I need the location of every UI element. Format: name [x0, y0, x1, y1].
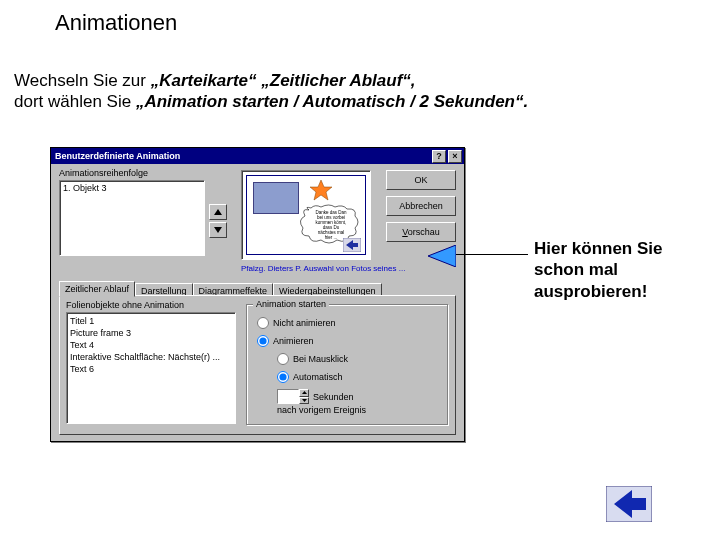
preview-caption: Pfalzg. Dieters P. Auswahl von Fotos sei… [241, 264, 405, 273]
instruction-text: Wechseln Sie zur „Karteikarte“ „Zeitlich… [14, 70, 528, 113]
chevron-up-icon [302, 391, 307, 394]
preview-button[interactable]: Vorschau [386, 222, 456, 242]
page-title: Animationen [55, 10, 177, 36]
tab-zeitlicher-ablauf[interactable]: Zeitlicher Ablauf [59, 281, 135, 297]
thumb-image-placeholder [253, 182, 299, 214]
radio-none[interactable] [257, 317, 269, 329]
thumb-frame: Danke das Dan bei uns vorbei kommen könn… [246, 175, 366, 255]
tab-panel-zeitlicher-ablauf: Folienobjekte ohne Animation Titel 1 Pic… [59, 295, 456, 435]
arrow-left-icon [606, 486, 652, 522]
start-animation-groupbox: Animation starten Nicht animieren Animie… [246, 304, 449, 426]
callout-connector-line [450, 254, 528, 255]
radio-automatic-label: Automatisch [293, 372, 343, 382]
slide-preview: Danke das Dan bei uns vorbei kommen könn… [241, 170, 371, 260]
dialog-title: Benutzerdefinierte Animation [53, 151, 430, 161]
dialog-button-column: OK Abbrechen Vorschau [386, 170, 456, 248]
thumb-nav-arrow-icon [343, 238, 361, 252]
move-down-button[interactable] [209, 222, 227, 238]
anim-order-label: Animationsreihenfolge [59, 168, 148, 178]
list-item[interactable]: Titel 1 [70, 315, 232, 327]
close-button[interactable]: × [448, 150, 462, 163]
radio-onclick[interactable] [277, 353, 289, 365]
anim-order-listbox[interactable]: 1. Objekt 3 [59, 180, 205, 256]
chevron-up-icon [214, 209, 222, 215]
radio-onclick-label: Bei Mausklick [293, 354, 348, 364]
svg-marker-6 [302, 399, 307, 402]
list-item[interactable]: Text 4 [70, 339, 232, 351]
no-animation-listbox[interactable]: Titel 1 Picture frame 3 Text 4 Interakti… [66, 312, 236, 424]
after-event-label: nach vorigem Ereignis [277, 405, 366, 415]
radio-none-label: Nicht animieren [273, 318, 336, 328]
list-item[interactable]: Interaktive Schaltfläche: Nächste(r) ... [70, 351, 232, 363]
no-animation-label: Folienobjekte ohne Animation [66, 300, 184, 310]
instr-line2-em: „Animation starten / Automatisch / 2 Sek… [136, 92, 528, 111]
instr-line1-em: „Karteikarte“ „Zeitlicher Ablauf“, [151, 71, 416, 90]
radio-animate-label: Animieren [273, 336, 314, 346]
radio-animate[interactable] [257, 335, 269, 347]
help-button[interactable]: ? [432, 150, 446, 163]
list-item[interactable]: Picture frame 3 [70, 327, 232, 339]
nav-back-button[interactable] [606, 486, 652, 522]
svg-marker-1 [214, 227, 222, 233]
chevron-down-icon [302, 399, 307, 402]
svg-marker-2 [310, 180, 332, 200]
seconds-input[interactable] [277, 389, 299, 404]
callout-arrow-icon [426, 245, 456, 267]
order-updown [209, 204, 231, 240]
radio-automatic[interactable] [277, 371, 289, 383]
list-item[interactable]: 1. Objekt 3 [63, 183, 201, 193]
animation-dialog: Benutzerdefinierte Animation ? × Animati… [50, 147, 465, 442]
callout-line: ausprobieren! [534, 281, 662, 302]
instr-line2-prefix: dort wählen Sie [14, 92, 136, 111]
cancel-button[interactable]: Abbrechen [386, 196, 456, 216]
slide-thumb: Danke das Dan bei uns vorbei kommen könn… [241, 170, 371, 260]
svg-marker-5 [302, 391, 307, 394]
instr-line1-prefix: Wechseln Sie zur [14, 71, 151, 90]
seconds-spinner[interactable] [277, 389, 309, 404]
move-up-button[interactable] [209, 204, 227, 220]
thumb-star-icon [309, 180, 333, 202]
spinner-down-button[interactable] [299, 397, 309, 405]
dialog-titlebar: Benutzerdefinierte Animation ? × [51, 148, 464, 164]
list-item[interactable]: Text 6 [70, 363, 232, 375]
ok-button[interactable]: OK [386, 170, 456, 190]
callout-line: Hier können Sie [534, 238, 662, 259]
group-legend: Animation starten [253, 299, 329, 309]
spinner-up-button[interactable] [299, 389, 309, 397]
seconds-label: Sekunden [313, 392, 354, 402]
callout-text: Hier können Sie schon mal ausprobieren! [534, 238, 662, 302]
callout-line: schon mal [534, 259, 662, 280]
svg-marker-7 [428, 245, 456, 267]
svg-marker-0 [214, 209, 222, 215]
chevron-down-icon [214, 227, 222, 233]
